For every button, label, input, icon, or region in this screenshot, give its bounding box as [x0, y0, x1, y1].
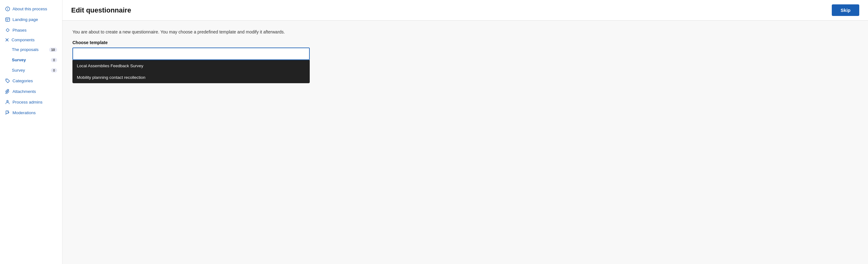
- sidebar-item-survey1[interactable]: Survey 0: [0, 55, 62, 65]
- sidebar-item-label: Process admins: [12, 100, 42, 104]
- svg-point-9: [6, 79, 7, 80]
- x-icon: [5, 38, 9, 42]
- content-area: You are about to create a new questionna…: [62, 21, 868, 264]
- flag-icon: [5, 110, 10, 115]
- sidebar: About this process Landing page Phases C…: [0, 0, 62, 264]
- sidebar-item-label: About this process: [12, 6, 47, 11]
- layout-icon: [5, 17, 10, 22]
- sidebar-item-proposals[interactable]: The proposals 10: [0, 45, 62, 54]
- paperclip-icon: [5, 89, 10, 94]
- svg-point-10: [7, 100, 8, 102]
- sidebar-item-label: Phases: [12, 28, 27, 32]
- survey1-badge: 0: [51, 58, 57, 62]
- template-input-wrap: Local Assemblies Feedback Survey Mobilit…: [72, 48, 310, 60]
- diamond-icon: [5, 28, 10, 32]
- page-title: Edit questionnaire: [71, 6, 131, 15]
- choose-template-label: Choose template: [72, 40, 858, 45]
- sidebar-item-label: The proposals: [12, 47, 39, 52]
- template-input[interactable]: [72, 48, 310, 60]
- proposals-badge: 10: [49, 48, 57, 52]
- sidebar-item-label: Moderations: [12, 110, 36, 115]
- sidebar-item-label: Survey: [12, 68, 25, 73]
- survey2-badge: 0: [51, 68, 57, 73]
- sidebar-item-categories[interactable]: Categories: [0, 76, 62, 86]
- svg-rect-2: [7, 8, 8, 8]
- sidebar-item-label: Components: [11, 37, 35, 42]
- sidebar-item-label: Attachments: [12, 89, 36, 94]
- sidebar-item-components[interactable]: Components: [0, 36, 62, 44]
- sidebar-item-about[interactable]: About this process: [0, 4, 62, 14]
- dropdown-item-0[interactable]: Local Assemblies Feedback Survey: [72, 60, 310, 72]
- sidebar-item-phases[interactable]: Phases: [0, 25, 62, 35]
- svg-rect-6: [6, 28, 9, 32]
- person-icon: [5, 100, 10, 104]
- sidebar-item-label: Survey: [12, 57, 26, 62]
- sidebar-item-moderations[interactable]: Moderations: [0, 108, 62, 117]
- sidebar-item-label: Categories: [12, 79, 33, 83]
- sidebar-item-landing[interactable]: Landing page: [0, 15, 62, 24]
- sidebar-item-label: Landing page: [12, 17, 38, 22]
- svg-rect-1: [7, 8, 8, 10]
- sidebar-item-admins[interactable]: Process admins: [0, 97, 62, 107]
- main-content: Edit questionnaire Skip You are about to…: [62, 0, 868, 264]
- sidebar-item-attachments[interactable]: Attachments: [0, 86, 62, 96]
- info-icon: [5, 6, 10, 11]
- skip-button[interactable]: Skip: [832, 4, 859, 16]
- sidebar-item-survey2[interactable]: Survey 0: [0, 65, 62, 75]
- template-dropdown: Local Assemblies Feedback Survey Mobilit…: [72, 60, 310, 83]
- svg-rect-3: [6, 18, 10, 21]
- page-header: Edit questionnaire Skip: [62, 0, 868, 21]
- tag-icon: [5, 78, 10, 83]
- dropdown-item-1[interactable]: Mobility planning contact recollection: [72, 72, 310, 83]
- description-text: You are about to create a new questionna…: [72, 29, 858, 34]
